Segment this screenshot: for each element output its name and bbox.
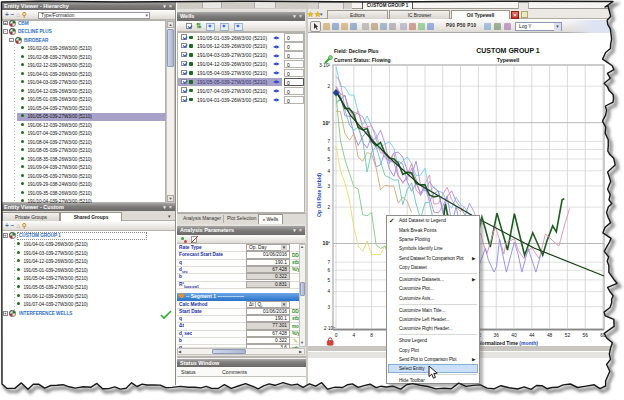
svg-text:8: 8 — [370, 333, 373, 338]
svg-text:6: 6 — [327, 268, 330, 273]
svg-text:3: 3 — [327, 305, 330, 310]
svg-text:52: 52 — [565, 333, 571, 338]
svg-text:3: 3 — [327, 184, 330, 189]
svg-text:60: 60 — [600, 333, 606, 338]
svg-text:4: 4 — [352, 333, 355, 338]
svg-text:36: 36 — [494, 333, 500, 338]
svg-text:3·10²: 3·10² — [319, 63, 330, 68]
svg-text:10²: 10² — [323, 120, 331, 126]
svg-text:5: 5 — [327, 278, 330, 283]
svg-text:6: 6 — [327, 147, 330, 152]
svg-text:40: 40 — [511, 333, 517, 338]
svg-text:4: 4 — [327, 169, 330, 174]
svg-text:48: 48 — [547, 333, 553, 338]
svg-text:2: 2 — [327, 84, 330, 89]
svg-text:10¹: 10¹ — [323, 240, 331, 246]
svg-text:56: 56 — [583, 333, 589, 338]
svg-text:7: 7 — [327, 260, 330, 265]
svg-text:0: 0 — [335, 333, 338, 338]
svg-text:4: 4 — [327, 289, 330, 294]
svg-text:7: 7 — [327, 139, 330, 144]
svg-text:44: 44 — [529, 333, 535, 338]
svg-text:5: 5 — [327, 157, 330, 162]
svg-text:2: 2 — [327, 205, 330, 210]
